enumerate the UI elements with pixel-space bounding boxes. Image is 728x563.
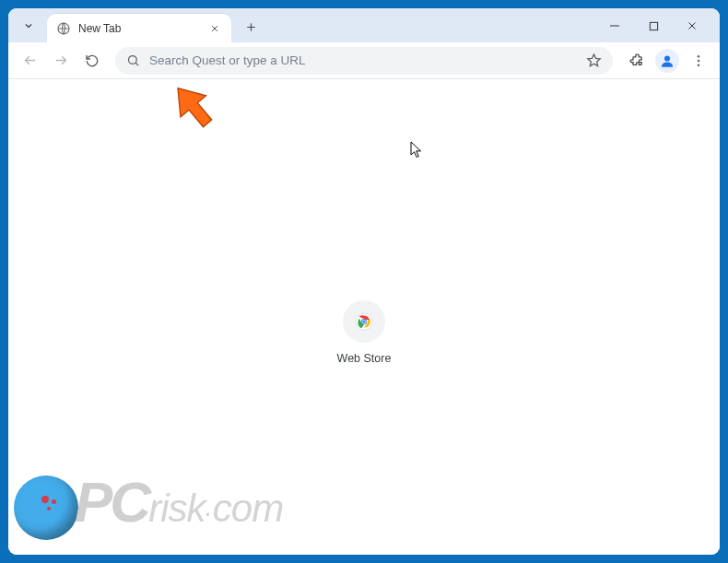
back-button[interactable]	[16, 47, 43, 75]
svg-rect-6	[650, 22, 657, 29]
tab-title: New Tab	[78, 22, 200, 35]
svg-point-16	[698, 59, 700, 62]
chrome-webstore-icon	[354, 311, 374, 332]
minimize-icon	[609, 20, 620, 31]
arrow-left-icon	[22, 53, 38, 68]
omnibox[interactable]	[115, 47, 613, 75]
svg-point-14	[664, 55, 670, 61]
chevron-down-icon	[23, 20, 34, 31]
tab-active[interactable]: New Tab	[47, 14, 231, 42]
new-tab-button[interactable]	[239, 15, 263, 39]
window-controls	[596, 13, 714, 42]
svg-point-17	[698, 64, 700, 66]
search-tabs-button[interactable]	[16, 13, 41, 39]
profile-button[interactable]	[653, 47, 681, 75]
close-icon	[687, 20, 698, 31]
search-icon	[126, 53, 140, 67]
tab-strip: New Tab	[8, 8, 720, 42]
svg-point-21	[363, 321, 366, 323]
plus-icon	[245, 21, 257, 33]
window-minimize-button[interactable]	[596, 13, 633, 39]
svg-point-15	[698, 55, 700, 58]
extensions-button[interactable]	[622, 47, 650, 75]
shortcut-circle	[343, 300, 385, 343]
kebab-icon	[691, 53, 706, 68]
reload-icon	[85, 53, 100, 68]
shortcut-label: Web Store	[337, 352, 392, 365]
shortcut-web-store[interactable]: Web Store	[323, 300, 405, 365]
forward-button[interactable]	[47, 47, 75, 75]
close-icon	[210, 24, 219, 33]
tab-close-button[interactable]	[207, 21, 222, 36]
window-close-button[interactable]	[674, 13, 710, 39]
browser-window: New Tab	[8, 8, 720, 555]
reload-button[interactable]	[78, 47, 106, 75]
window-maximize-button[interactable]	[635, 13, 672, 39]
person-icon	[659, 53, 675, 69]
new-tab-page: Web Store	[8, 79, 720, 555]
maximize-icon	[649, 21, 659, 31]
address-input[interactable]	[149, 53, 577, 67]
puzzle-icon	[628, 53, 644, 68]
svg-marker-13	[588, 54, 600, 66]
toolbar	[8, 42, 720, 79]
avatar	[655, 49, 679, 73]
svg-point-11	[129, 56, 137, 65]
globe-icon	[56, 21, 71, 36]
menu-button[interactable]	[685, 47, 712, 75]
arrow-right-icon	[53, 53, 69, 68]
star-icon[interactable]	[586, 53, 602, 68]
svg-line-12	[135, 63, 138, 65]
